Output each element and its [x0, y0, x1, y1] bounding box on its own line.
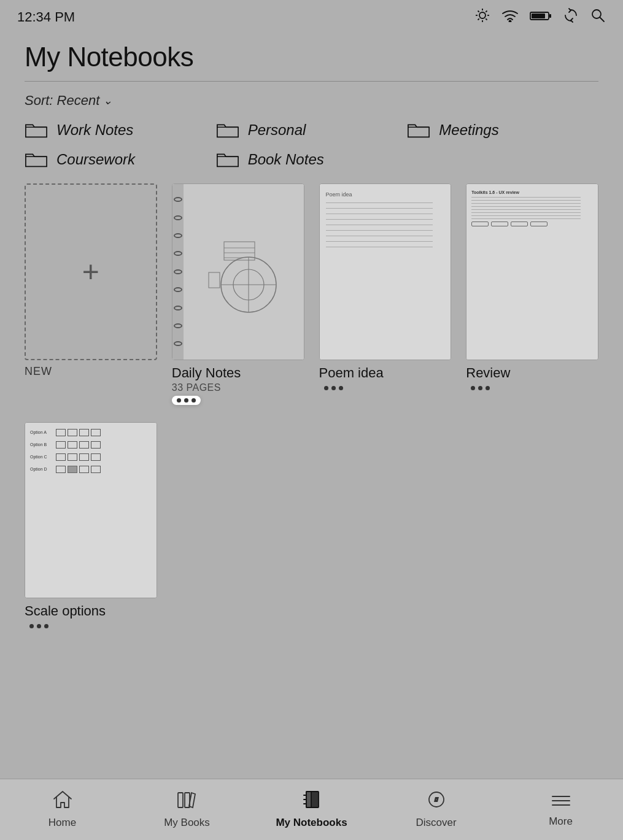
scale-boxes: [56, 441, 101, 449]
folder-name-meetings: Meetings: [439, 121, 498, 139]
nav-label-my-notebooks: My Notebooks: [276, 817, 347, 829]
review-cover-image: Toolkits 1.6 - UX review: [466, 184, 598, 360]
notebook-new-label: NEW: [25, 365, 52, 378]
notebook-cover-daily: [172, 183, 304, 360]
dot: [331, 386, 336, 390]
notebook-title-daily: Daily Notes: [172, 365, 241, 381]
more-menu-icon: [551, 792, 571, 812]
notebook-item-review[interactable]: Toolkits 1.6 - UX review: [466, 183, 598, 405]
notebook-dots-poem[interactable]: [319, 383, 348, 393]
notebook-cover-new: +: [25, 183, 157, 360]
nav-item-more[interactable]: More: [498, 792, 623, 828]
sync-icon[interactable]: [563, 7, 579, 27]
spiral-binding: [172, 184, 184, 360]
notebooks-grid: + NEW: [25, 183, 598, 631]
scale-row: Option B: [30, 441, 152, 449]
notebook-pages-daily: 33 PAGES: [172, 382, 221, 393]
notebooks-section: + NEW: [0, 169, 623, 631]
folder-icon: [25, 150, 48, 169]
folder-item-work-notes[interactable]: Work Notes: [25, 121, 216, 139]
notebook-cover-poem: Poem idea: [319, 183, 452, 360]
notebook-menu-row-scale: [25, 622, 157, 631]
home-icon: [53, 790, 72, 813]
dot: [44, 624, 48, 628]
battery-icon: [530, 9, 552, 25]
brightness-icon[interactable]: [474, 7, 490, 27]
dot: [486, 386, 490, 390]
notebook-item-daily-notes[interactable]: Daily Notes 33 PAGES: [172, 183, 304, 405]
books-icon: [177, 790, 198, 813]
review-tags: [471, 222, 593, 226]
scale-row: Option C: [30, 453, 152, 461]
notebook-cover-review: Toolkits 1.6 - UX review: [466, 183, 598, 360]
scale-row: Option A: [30, 429, 152, 436]
notebook-item-scale-options[interactable]: Option A Option B: [25, 422, 157, 631]
poem-title-text: Poem idea: [326, 191, 445, 198]
folder-icon: [216, 150, 239, 169]
poem-content: Poem idea: [320, 184, 451, 260]
folder-item-personal[interactable]: Personal: [216, 121, 408, 139]
notebook-icon: [303, 790, 321, 813]
svg-rect-11: [549, 14, 551, 18]
folders-section: Work Notes Personal Meetings: [0, 115, 623, 169]
notebook-title-poem: Poem idea: [319, 365, 384, 381]
scale-label: Option D: [30, 467, 52, 471]
svg-point-33: [435, 799, 437, 801]
status-icons: [474, 7, 606, 27]
sort-label-text: Sort: Recent: [25, 93, 99, 109]
notebook-dots-daily[interactable]: [172, 396, 201, 405]
svg-point-0: [479, 12, 486, 18]
notebook-item-new[interactable]: + NEW: [25, 183, 157, 405]
dot: [37, 624, 41, 628]
nav-item-home[interactable]: Home: [0, 790, 125, 829]
search-icon[interactable]: [590, 7, 606, 27]
scale-label: Option C: [30, 455, 52, 459]
nav-label-more: More: [549, 815, 573, 828]
status-bar: 12:34 PM: [0, 0, 623, 34]
folder-item-meetings[interactable]: Meetings: [407, 121, 598, 139]
notebook-dots-review[interactable]: [466, 383, 495, 393]
svg-line-6: [486, 18, 487, 20]
svg-rect-24: [178, 793, 183, 807]
notebook-cover-scale: Option A Option B: [25, 422, 157, 599]
dot: [471, 386, 475, 390]
folder-name-book-notes: Book Notes: [248, 151, 324, 168]
scale-boxes: [56, 429, 101, 436]
svg-rect-23: [209, 272, 220, 288]
scale-boxes: [56, 466, 101, 473]
folder-icon: [407, 121, 430, 139]
nav-item-my-books[interactable]: My Books: [125, 790, 249, 829]
status-time: 12:34 PM: [17, 9, 75, 25]
nav-item-my-notebooks[interactable]: My Notebooks: [249, 790, 374, 829]
notebook-title-review: Review: [466, 365, 510, 381]
svg-rect-12: [532, 13, 545, 18]
bottom-nav: Home My Books My Notebooks: [0, 779, 623, 840]
compass-icon: [427, 790, 446, 813]
folder-name-work-notes: Work Notes: [56, 121, 133, 139]
folder-item-coursework[interactable]: Coursework: [25, 150, 216, 169]
header: My Notebooks: [0, 34, 623, 82]
page-title: My Notebooks: [25, 42, 598, 72]
folder-item-book-notes[interactable]: Book Notes: [216, 150, 408, 169]
svg-line-8: [486, 11, 487, 12]
svg-point-9: [509, 21, 511, 23]
nav-label-discover: Discover: [416, 817, 456, 829]
nav-label-home: Home: [48, 817, 76, 829]
scale-boxes: [56, 453, 101, 461]
notebook-item-poem-idea[interactable]: Poem idea Poem idea: [319, 183, 452, 405]
sort-chevron-icon: ⌄: [103, 94, 112, 107]
poem-cover-image: Poem idea: [320, 184, 451, 360]
notebook-dots-scale[interactable]: [25, 622, 53, 631]
dot: [192, 398, 196, 403]
nav-label-my-books: My Books: [164, 817, 210, 829]
notebook-menu-row-daily: [172, 396, 304, 405]
nav-item-discover[interactable]: Discover: [374, 790, 498, 829]
folder-name-coursework: Coursework: [56, 151, 135, 168]
sort-control[interactable]: Sort: Recent ⌄: [25, 93, 598, 109]
svg-line-5: [478, 11, 479, 12]
dot: [184, 398, 188, 403]
review-content: Toolkits 1.6 - UX review: [466, 184, 598, 233]
scale-content: Option A Option B: [25, 423, 157, 484]
notebook-menu-row-review: [466, 383, 598, 393]
folder-icon: [25, 121, 48, 139]
